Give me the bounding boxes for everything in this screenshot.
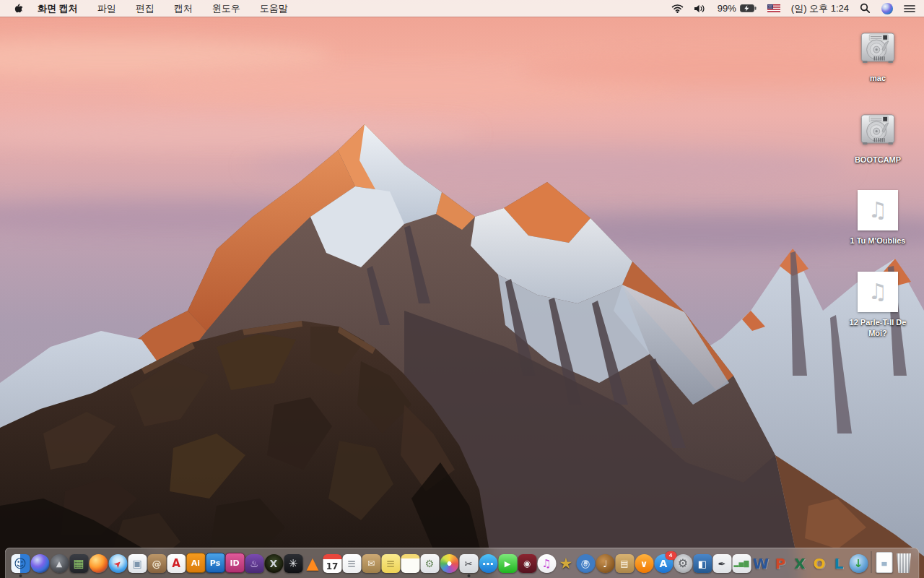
powerpoint-glyph: P [775, 556, 786, 571]
volume-menu-extra[interactable] [694, 4, 707, 13]
dock-item-dvd-player[interactable]: ◎ [576, 554, 596, 578]
dock-item-pages[interactable]: ✒ [712, 554, 732, 578]
wifi-icon [671, 4, 684, 13]
dock-item-garageband[interactable]: ♩ [596, 554, 615, 578]
dock-item-system-preferences[interactable]: ⚙ [674, 554, 693, 578]
dock-item-stickies[interactable]: ≡ [381, 554, 401, 578]
indesign-glyph: ID [230, 559, 239, 567]
dock-item-downloader[interactable]: ↓ [849, 554, 868, 578]
dock-item-imovie[interactable]: ★ [557, 554, 576, 578]
dock-item-app-store[interactable]: A4 [654, 554, 674, 578]
dock-item-calendar[interactable]: 17 [323, 554, 342, 578]
documents-app-glyph: ▤ [620, 559, 628, 568]
dock-item-excel[interactable]: X [790, 554, 810, 578]
dock-item-toast[interactable]: ♨ [245, 554, 264, 578]
menu-bar-clock[interactable]: (일) 오후 1:24 [791, 2, 849, 15]
launchpad-glyph: ▲ [56, 560, 62, 568]
dock-item-trash[interactable] [894, 553, 914, 578]
illustrator-glyph: Ai [191, 559, 200, 567]
dock-item-safari[interactable]: ➤ [108, 554, 128, 578]
dock-item-powerpoint[interactable]: P [771, 554, 790, 578]
desktop-icon-audio-file-1[interactable]: ♫1 Tu M'Oublies [842, 189, 914, 271]
dock-item-fan-utility[interactable]: ✳ [284, 554, 303, 578]
dock-item-stuffit-expander[interactable]: ✉ [362, 554, 381, 578]
menu-window[interactable]: 윈도우 [212, 2, 240, 15]
dock-item-x-app[interactable]: X [264, 554, 284, 578]
acrobat-reader-glyph: A [172, 558, 180, 569]
system-preferences-glyph: ⚙ [678, 558, 688, 569]
stickies-glyph: ≡ [386, 558, 396, 569]
grab-glyph: ✂ [465, 559, 473, 569]
dock-item-contacts[interactable]: @ [147, 554, 167, 578]
itunes-glyph: ♫ [541, 558, 551, 569]
desktop-icon-volume-mac[interactable]: mac [842, 26, 914, 108]
dock-item-photo-booth[interactable]: ◉ [518, 554, 537, 578]
vlc-icon: ▲ [303, 554, 322, 573]
excel-glyph: X [794, 556, 805, 571]
notification-center-menu-extra[interactable] [904, 4, 915, 13]
reminders-glyph: ≡ [347, 558, 357, 569]
dock-item-vlc[interactable]: ▲ [303, 554, 323, 578]
menu-edit[interactable]: 편집 [136, 2, 154, 15]
mission-control-icon: ▦ [69, 554, 88, 573]
battery-percent: 99% [718, 3, 736, 14]
fan-utility-icon: ✳ [284, 554, 302, 573]
dock-item-word[interactable]: W [751, 554, 771, 578]
dock-item-itunes[interactable]: ♫ [537, 554, 557, 578]
dock-item-siri[interactable] [30, 554, 50, 578]
desktop-icon-audio-file-12[interactable]: ♫12 Parle-T-Il De Moi? [842, 271, 914, 353]
dock-item-reminders[interactable]: ≡ [342, 554, 362, 578]
siri-menu-extra[interactable] [881, 3, 893, 14]
dock-item-indesign[interactable]: ID [225, 553, 245, 578]
numbers-glyph: ▂▅▇ [734, 561, 749, 567]
numbers-icon: ▂▅▇ [732, 554, 751, 573]
dock-item-mission-control[interactable]: ▦ [69, 554, 89, 578]
dock-item-documents-app[interactable]: ▤ [615, 554, 635, 578]
dock-item-firefox[interactable] [89, 554, 108, 578]
spotlight-menu-extra[interactable] [860, 3, 871, 14]
desktop-icon-volume-bootcamp[interactable]: BOOTCAMP [842, 108, 914, 189]
photoshop-icon: Ps [205, 553, 225, 573]
fan-utility-glyph: ✳ [289, 558, 298, 569]
downloader-glyph: ↓ [854, 558, 863, 569]
dock-item-photoshop[interactable]: Ps [206, 553, 225, 578]
dock-item-ibooks[interactable]: ∨ [635, 554, 654, 578]
battery-indicator[interactable]: 99% [718, 3, 757, 14]
imovie-icon: ★ [557, 554, 575, 573]
dock-item-messages[interactable]: … [479, 554, 498, 578]
dock-item-grab[interactable]: ✂ [459, 554, 479, 578]
dock-item-notes[interactable] [401, 554, 420, 578]
menu-file[interactable]: 파일 [97, 2, 116, 15]
photos-icon [440, 554, 458, 573]
dock-item-outlook[interactable]: O [810, 554, 829, 578]
dock-item-illustrator[interactable]: Ai [186, 553, 206, 578]
stuffit-expander-icon: ✉ [362, 554, 380, 573]
apple-menu[interactable] [14, 3, 24, 14]
dock-item-launchpad[interactable]: ▲ [50, 554, 69, 578]
wifi-menu-extra[interactable] [671, 4, 684, 13]
pages-glyph: ✒ [718, 559, 726, 569]
downloader-icon: ↓ [849, 554, 868, 573]
dock-item-lync[interactable]: L [829, 554, 849, 578]
dock-item-keynote[interactable]: ◧ [693, 554, 712, 578]
menu-help[interactable]: 도움말 [260, 2, 288, 15]
dock-item-photos[interactable] [440, 554, 459, 578]
outlook-icon: O [810, 554, 829, 573]
active-app-name[interactable]: 화면 캡처 [38, 2, 78, 15]
installer-glyph: ⚙ [425, 558, 435, 569]
dock-item-document-file[interactable]: ▄ [875, 552, 894, 578]
dock-item-preview[interactable]: ▣ [128, 554, 147, 578]
launchpad-icon: ▲ [50, 554, 69, 573]
siri-icon [30, 554, 49, 573]
ibooks-icon: ∨ [635, 554, 653, 573]
dock-item-finder[interactable]: ☺ [11, 554, 30, 578]
music-note-glyph: ♫ [868, 281, 888, 303]
menu-capture[interactable]: 캡처 [174, 2, 193, 15]
dock-item-installer[interactable]: ⚙ [420, 554, 440, 578]
dock-item-acrobat-reader[interactable]: A [167, 554, 186, 578]
input-source-menu[interactable] [767, 4, 780, 12]
apple-logo-icon [14, 3, 24, 14]
dock-item-facetime[interactable]: ▶ [498, 554, 518, 578]
dock-item-numbers[interactable]: ▂▅▇ [732, 554, 751, 578]
desktop-icon-label: 12 Parle-T-Il De Moi? [842, 317, 914, 339]
